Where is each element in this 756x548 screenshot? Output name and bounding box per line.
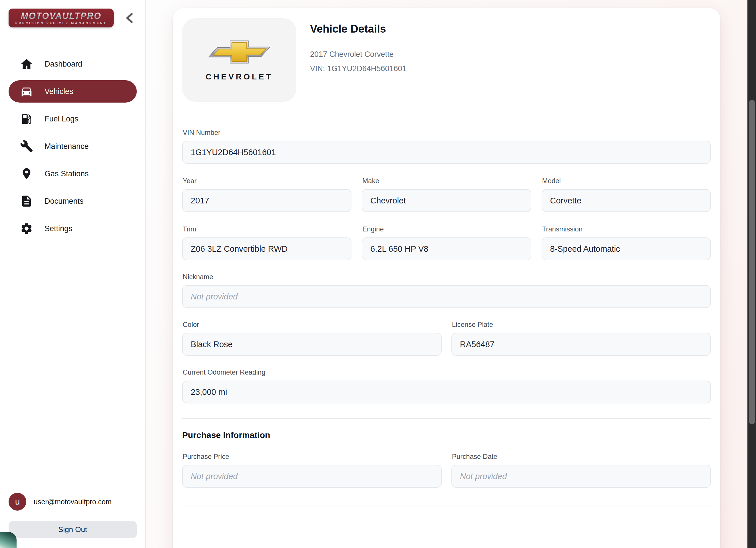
- make-logo-box: CHEVROLET: [182, 18, 296, 102]
- sidebar-item-gas-stations[interactable]: Gas Stations: [9, 162, 137, 185]
- color-input[interactable]: [182, 333, 442, 356]
- sidebar-item-label: Documents: [45, 197, 84, 206]
- purchase-price-input[interactable]: [182, 465, 442, 488]
- sidebar-item-label: Gas Stations: [45, 169, 89, 178]
- field-year: Year: [182, 177, 351, 212]
- sidebar-item-maintenance[interactable]: Maintenance: [9, 135, 137, 157]
- app-logo-tagline: PRECISION VEHICLE MANAGEMENT: [15, 22, 107, 25]
- year-input[interactable]: [182, 189, 351, 212]
- app-logo-title: MOTOVAULTPRO: [21, 11, 101, 20]
- engine-input[interactable]: [362, 237, 531, 260]
- transmission-label: Transmission: [542, 225, 711, 233]
- purchase-price-label: Purchase Price: [183, 453, 442, 461]
- sidebar-item-label: Fuel Logs: [45, 115, 79, 123]
- gear-icon: [20, 222, 33, 235]
- model-label: Model: [542, 177, 711, 185]
- engine-label: Engine: [362, 225, 531, 233]
- field-odometer: Current Odometer Reading: [182, 368, 711, 404]
- license-plate-label: License Plate: [452, 321, 711, 329]
- vehicle-vin-line: VIN: 1G1YU2D64H5601601: [310, 64, 407, 73]
- vin-label: VIN Number: [183, 128, 711, 136]
- avatar: u: [9, 493, 26, 511]
- map-pin-icon: [20, 167, 33, 180]
- odometer-label: Current Odometer Reading: [183, 368, 711, 376]
- purchase-date-input[interactable]: [451, 465, 711, 488]
- vehicle-form: VIN Number Year Make Model: [182, 128, 711, 548]
- vehicle-details-card: CHEVROLET Vehicle Details 2017 Chevrolet…: [173, 8, 720, 548]
- scrollbar-thumb[interactable]: [749, 100, 755, 424]
- header-text: Vehicle Details 2017 Chevrolet Corvette …: [310, 18, 407, 102]
- scrollbar-track[interactable]: [747, 0, 756, 548]
- field-nickname: Nickname: [182, 273, 711, 308]
- license-plate-input[interactable]: [451, 333, 711, 356]
- field-model: Model: [542, 177, 711, 212]
- vin-input[interactable]: [182, 141, 711, 164]
- sidebar-item-fuel-logs[interactable]: Fuel Logs: [9, 108, 137, 130]
- app-logo: MOTOVAULTPRO PRECISION VEHICLE MANAGEMEN…: [9, 9, 114, 27]
- vehicle-details-header: CHEVROLET Vehicle Details 2017 Chevrolet…: [182, 18, 711, 102]
- vehicle-summary: 2017 Chevrolet Corvette: [310, 50, 407, 59]
- field-color: Color: [182, 321, 442, 356]
- home-icon: [20, 57, 33, 71]
- section-divider: [182, 507, 711, 507]
- nickname-label: Nickname: [183, 273, 711, 281]
- purchase-information-heading: Purchase Information: [182, 430, 711, 440]
- make-input[interactable]: [362, 189, 531, 212]
- row-year-make-model: Year Make Model: [182, 177, 711, 212]
- field-make: Make: [362, 177, 531, 212]
- car-icon: [20, 85, 33, 98]
- nickname-input[interactable]: [182, 285, 711, 308]
- odometer-input[interactable]: [182, 381, 711, 404]
- sidebar-item-vehicles[interactable]: Vehicles: [9, 80, 137, 103]
- purchase-date-label: Purchase Date: [452, 453, 711, 461]
- user-email: user@motovaultpro.com: [34, 498, 112, 506]
- transmission-input[interactable]: [542, 237, 711, 260]
- model-input[interactable]: [542, 189, 711, 212]
- trim-input[interactable]: [182, 237, 351, 260]
- sidebar-nav: Dashboard Vehicles Fuel Logs Maintenance…: [0, 36, 145, 240]
- sidebar: MOTOVAULTPRO PRECISION VEHICLE MANAGEMEN…: [0, 0, 146, 548]
- wrench-icon: [20, 140, 33, 153]
- sidebar-item-documents[interactable]: Documents: [9, 190, 137, 212]
- field-transmission: Transmission: [542, 225, 711, 260]
- sidebar-item-dashboard[interactable]: Dashboard: [9, 53, 137, 75]
- page-title: Vehicle Details: [310, 23, 407, 35]
- chevron-left-icon: [126, 13, 133, 23]
- field-trim: Trim: [182, 225, 351, 260]
- color-label: Color: [183, 321, 442, 329]
- make-logo-wordmark: CHEVROLET: [206, 72, 273, 81]
- sidebar-item-settings[interactable]: Settings: [9, 217, 137, 240]
- sidebar-item-label: Vehicles: [45, 87, 73, 96]
- field-purchase-price: Purchase Price: [182, 453, 442, 488]
- sidebar-item-label: Maintenance: [45, 142, 89, 151]
- field-license-plate: License Plate: [451, 321, 711, 356]
- make-label: Make: [362, 177, 531, 185]
- sidebar-footer: u user@motovaultpro.com Sign Out: [0, 483, 145, 548]
- user-row: u user@motovaultpro.com: [9, 493, 137, 511]
- sidebar-collapse-button[interactable]: [124, 12, 135, 24]
- sidebar-item-label: Dashboard: [45, 60, 82, 69]
- sidebar-item-label: Settings: [45, 224, 73, 233]
- trim-label: Trim: [183, 225, 351, 233]
- main-area: CHEVROLET Vehicle Details 2017 Chevrolet…: [146, 0, 756, 548]
- row-color-license: Color License Plate: [182, 321, 711, 356]
- document-icon: [20, 194, 33, 208]
- sign-out-button[interactable]: Sign Out: [9, 521, 137, 538]
- fuel-pump-icon: [20, 112, 33, 125]
- year-label: Year: [183, 177, 351, 185]
- field-engine: Engine: [362, 225, 531, 260]
- field-vin: VIN Number: [182, 128, 711, 164]
- sidebar-header: MOTOVAULTPRO PRECISION VEHICLE MANAGEMEN…: [0, 0, 145, 36]
- chevrolet-logo-icon: [203, 39, 275, 65]
- section-divider: [182, 418, 711, 419]
- row-trim-engine-transmission: Trim Engine Transmission: [182, 225, 711, 260]
- field-purchase-date: Purchase Date: [451, 453, 711, 488]
- corner-image-decoration: [0, 532, 17, 548]
- row-purchase: Purchase Price Purchase Date: [182, 453, 711, 488]
